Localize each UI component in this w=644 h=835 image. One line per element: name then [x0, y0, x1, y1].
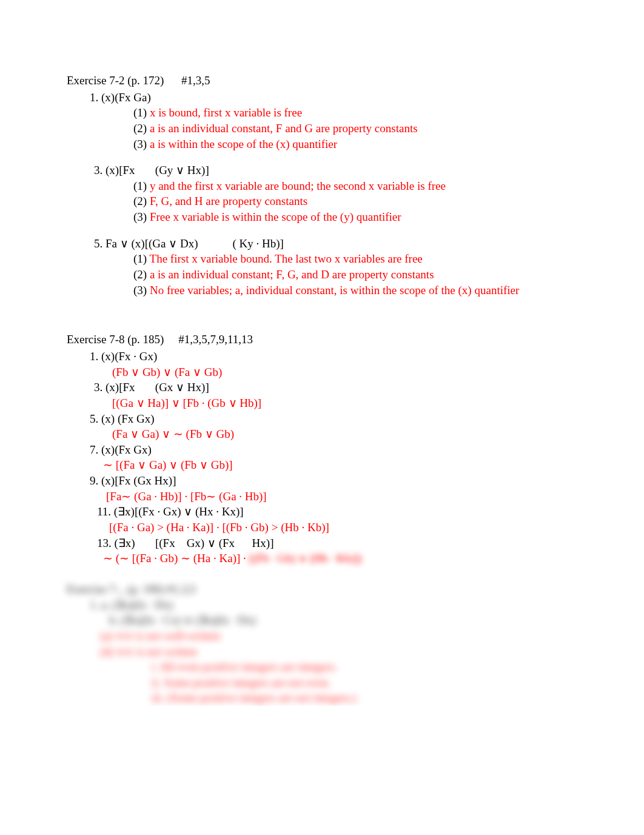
answer-text: a is an individual constant; F, G, and D…	[150, 268, 434, 281]
e78-p5-ans: (Fa ∨ Ga) ∨ ∼ (Fb ∨ Gb)	[67, 426, 608, 442]
e78-p9: 9. (x)[Fx (Gx Hx)]	[67, 473, 608, 489]
p3-line: 3. (x)[Fx (Gy ∨ Hx)]	[67, 163, 608, 178]
p3-a1: (1) y and the first x variable are bound…	[67, 178, 608, 194]
e78-p7-ans: ∼ [(Fa ∨ Ga) ∨ (Fb ∨ Gb)]	[67, 457, 608, 473]
p3-line-a: 3. (x)[Fx	[94, 164, 135, 176]
hidden-l3: (a) ∨∨ is not well-written	[67, 628, 608, 644]
num: (1)	[133, 179, 147, 192]
p5-a2: (2) a is an individual constant; F, G, a…	[67, 267, 608, 283]
e78-p3: 3. (x)[Fx (Gx ∨ Hx)]	[67, 380, 608, 395]
e78-p13-d: Hx)]	[252, 537, 274, 549]
e78-p13-ans-b: [(Fb · Gb) ∨ (Hb · Kb)])	[249, 552, 362, 565]
document-page: Exercise 7-2 (p. 172) #1,3,5 1. (x)(Fx G…	[0, 73, 644, 706]
blurred-content: Exercise 7-_ (p. 190) #1,3,5 1. a. (∃x)(…	[67, 582, 608, 706]
num: (3)	[133, 284, 147, 297]
p5-a1: (1) The first x variable bound. The last…	[67, 251, 608, 267]
hidden-l4: (d) ∨∨ is not written	[67, 644, 608, 660]
e78-p1: 1. (x)(Fx · Gx)	[67, 349, 608, 364]
p1-line: 1. (x)(Fx Ga)	[67, 90, 608, 106]
e78-p5-a: (Fa ∨ Ga) ∨	[112, 428, 170, 440]
num: (1)	[133, 106, 147, 119]
heading-problems: #1,3,5,7,9,11,13	[178, 333, 253, 346]
e78-p5-b: ∼ (Fb ∨ Gb)	[173, 428, 234, 440]
num: (2)	[133, 195, 147, 207]
answer-text: a is within the scope of the (x) quantif…	[150, 138, 337, 150]
e78-p3-ans: [(Ga ∨ Ha)] ∨ [Fb · (Gb ∨ Hb)]	[67, 395, 608, 411]
e78-p13-ans: ∼ (∼ [(Fa · Gb) ∼ (Ha · Ka)] · [(Fb · Gb…	[67, 551, 608, 566]
hidden-s3: iii. (Some positive integers are not int…	[67, 690, 608, 706]
answer-text: y and the first x variable are bound; th…	[150, 179, 446, 192]
hidden-s1: i. All even positive integers are intege…	[67, 659, 608, 675]
e78-p1-ans: (Fb ∨ Gb) ∨ (Fa ∨ Gb)	[67, 364, 608, 380]
e78-p13-b: [(Fx	[155, 537, 175, 549]
e78-p11-ans: [(Fa · Ga) > (Ha · Ka)] · [(Fb · Gb) > (…	[67, 520, 608, 535]
p3-line-b: (Gy ∨ Hx)]	[155, 164, 209, 176]
heading-problems: #1,3,5	[181, 74, 210, 87]
e78-p7: 7. (x)(Fx Gx)	[67, 442, 608, 458]
p1-a1: (1) x is bound, first x variable is free	[67, 105, 608, 121]
hidden-s2: ii. Some positive integers are not even.	[67, 675, 608, 691]
e78-p13-a: 13. (∃x)	[97, 537, 135, 549]
num: (2)	[133, 268, 147, 281]
answer-text: F, G, and H are property constants	[150, 195, 307, 207]
exercise-7-8-heading: Exercise 7-8 (p. 185) #1,3,5,7,9,11,13	[67, 332, 608, 347]
num: (1)	[133, 252, 147, 265]
e78-p13-ans-a: ∼ (∼ [(Fa · Gb) ∼ (Ha · Ka)] ·	[103, 552, 249, 565]
heading-label: Exercise 7-2 (p. 172)	[67, 74, 164, 87]
num: (3)	[133, 138, 147, 150]
e78-p5: 5. (x) (Fx Gx)	[67, 411, 608, 427]
heading-label: Exercise 7-8 (p. 185)	[67, 333, 164, 346]
exercise-7-2-heading: Exercise 7-2 (p. 172) #1,3,5	[67, 73, 608, 89]
e78-p9-ans: [Fa∼ (Ga · Hb)] · [Fb∼ (Ga · Hb)]	[67, 489, 608, 505]
answer-text: x is bound, first x variable is free	[150, 106, 302, 119]
e78-p11: 11. (∃x)[(Fx · Gx) ∨ (Hx · Kx)]	[67, 504, 608, 520]
p1-a3: (3) a is within the scope of the (x) qua…	[67, 136, 608, 152]
p3-a2: (2) F, G, and H are property constants	[67, 193, 608, 209]
answer-text: No free variables; a, individual constan…	[150, 284, 519, 297]
answer-text: The first x variable bound. The last two…	[150, 252, 423, 265]
e78-p13-c: Gx) ∨ (Fx	[187, 537, 235, 549]
hidden-heading: Exercise 7-_ (p. 190) #1,3,5	[67, 582, 608, 597]
e78-p3-a: 3. (x)[Fx	[94, 381, 135, 394]
p5-line-b: ( Ky · Hb)]	[233, 237, 284, 250]
hidden-l2: b. (∃x)(Ix · Cx) ∨ (∃x)(Ix · Dx)	[67, 612, 608, 628]
num: (3)	[133, 210, 147, 223]
hidden-l1: 1. a. (∃x)(Ix · Dx)	[67, 597, 608, 613]
p5-line: 5. Fa ∨ (x)[(Ga ∨ Dx) ( Ky · Hb)]	[67, 236, 608, 252]
p1-a2: (2) a is an individual constant, F and G…	[67, 121, 608, 136]
num: (2)	[133, 122, 147, 135]
e78-p13: 13. (∃x) [(Fx Gx) ∨ (Fx Hx)]	[67, 535, 608, 551]
answer-text: a is an individual constant, F and G are…	[150, 122, 418, 135]
p3-a3: (3) Free x variable is within the scope …	[67, 209, 608, 225]
e78-p3-b: (Gx ∨ Hx)]	[155, 381, 209, 394]
answer-text: Free x variable is within the scope of t…	[150, 210, 401, 223]
p5-line-a: 5. Fa ∨ (x)[(Ga ∨ Dx)	[94, 237, 198, 250]
p5-a3: (3) No free variables; a, individual con…	[67, 283, 608, 298]
